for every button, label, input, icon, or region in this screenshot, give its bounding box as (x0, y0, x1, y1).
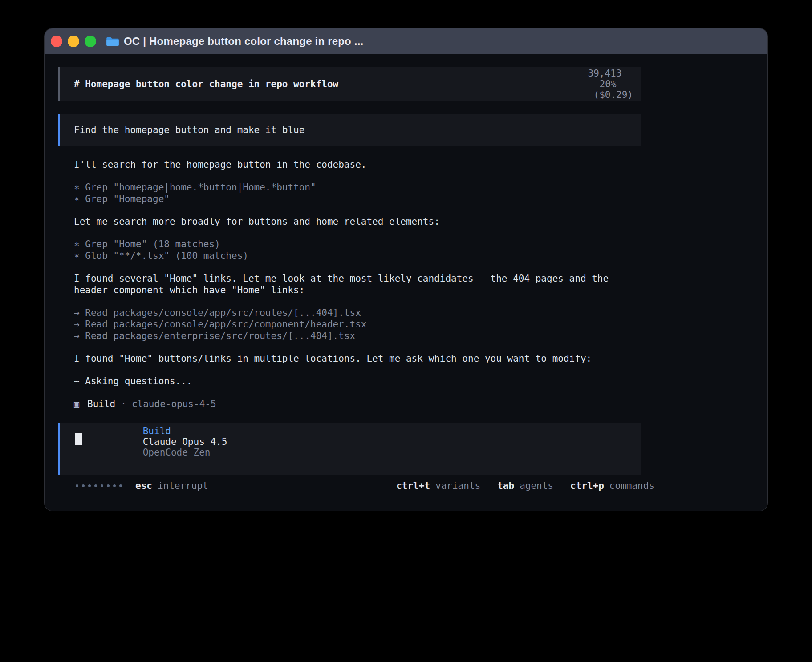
window-titlebar[interactable]: OC | Homepage button color change in rep… (45, 28, 767, 54)
tool-call-line: → Read packages/enterprise/src/routes/[.… (74, 330, 641, 342)
terminal-window: OC | Homepage button color change in rep… (45, 28, 767, 511)
model-label: Claude Opus 4.5 (143, 436, 227, 447)
tool-calls-grep: ∗ Grep "homepage|home.*button|Home.*butt… (74, 182, 641, 205)
tool-calls-read: → Read packages/console/app/src/routes/[… (74, 307, 641, 342)
traffic-lights (51, 36, 96, 47)
provider-label: OpenCode Zen (143, 447, 211, 458)
token-count: 39,413 (588, 68, 621, 79)
session-cost: ($0.29) (593, 89, 633, 100)
terminal-body: # Homepage button color change in repo w… (45, 67, 767, 511)
zoom-button[interactable] (85, 36, 96, 47)
window-title: OC | Homepage button color change in rep… (124, 35, 363, 48)
status-bar: esc interrupt ctrl+t variants tab agents (71, 479, 654, 492)
user-message: Find the homepage button and make it blu… (58, 114, 641, 146)
mode-label[interactable]: Build (143, 426, 171, 436)
context-percent: 20% (599, 79, 616, 89)
agent-badge: ▣ Build · claude-opus-4-5 (74, 398, 641, 410)
tool-call-line: ∗ Grep "Homepage" (74, 193, 641, 205)
shortcut-agents: tab agents (497, 480, 553, 491)
agent-name: Build (87, 398, 115, 410)
agent-model: claude-opus-4-5 (132, 398, 216, 410)
tool-call-line: ∗ Grep "Home" (18 matches) (74, 238, 641, 250)
tool-calls-grep-glob: ∗ Grep "Home" (18 matches) ∗ Glob "**/*.… (74, 238, 641, 262)
assistant-text: I'll search for the homepage button in t… (74, 159, 641, 170)
tool-call-line: → Read packages/console/app/src/componen… (74, 319, 641, 330)
shortcut-variants: ctrl+t variants (396, 480, 480, 491)
input-footer: Build Claude Opus 4.5 OpenCode Zen (75, 415, 233, 468)
session-content: # Homepage button color change in repo w… (58, 67, 641, 492)
shortcut-commands: ctrl+p commands (570, 480, 654, 491)
session-stats: 39,413 20% ($0.29) (520, 57, 633, 111)
conversation: I'll search for the homepage button in t… (58, 159, 641, 410)
minimize-button[interactable] (68, 36, 79, 47)
session-header: # Homepage button color change in repo w… (58, 67, 641, 101)
user-message-text: Find the homepage button and make it blu… (74, 125, 304, 135)
desktop: OC | Homepage button color change in rep… (0, 0, 812, 662)
status-left: esc interrupt (76, 480, 208, 491)
tool-call-line: ∗ Glob "**/*.tsx" (100 matches) (74, 250, 641, 262)
tool-call-line: ∗ Grep "homepage|home.*button|Home.*butt… (74, 182, 641, 193)
folder-icon (106, 36, 119, 47)
status-right: ctrl+t variants tab agents ctrl+p comman… (396, 480, 654, 491)
agent-icon: ▣ (74, 398, 79, 410)
tool-call-line: → Read packages/console/app/src/routes/[… (74, 307, 641, 319)
assistant-status: ~ Asking questions... (74, 375, 641, 387)
assistant-text: Let me search more broadly for buttons a… (74, 216, 641, 227)
session-title: # Homepage button color change in repo w… (74, 79, 338, 89)
assistant-text: I found "Home" buttons/links in multiple… (74, 353, 641, 364)
prompt-input[interactable]: Build Claude Opus 4.5 OpenCode Zen (58, 423, 641, 475)
close-button[interactable] (51, 36, 62, 47)
shortcut-interrupt: esc interrupt (135, 480, 208, 491)
separator-dot: · (121, 398, 126, 410)
assistant-text: I found several "Home" links. Let me loo… (74, 273, 641, 296)
spinner-dots (76, 484, 122, 487)
